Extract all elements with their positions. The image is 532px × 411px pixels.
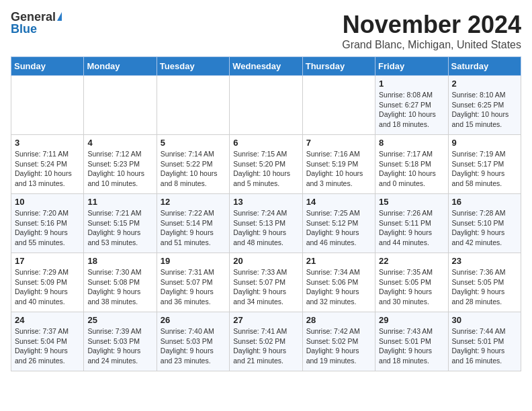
day-info: Sunrise: 7:31 AM Sunset: 5:07 PM Dayligh… [161,267,226,307]
day-info: Sunrise: 7:30 AM Sunset: 5:08 PM Dayligh… [87,267,152,307]
calendar-cell [302,76,375,135]
day-of-week-header: Monday [84,57,157,76]
day-info: Sunrise: 7:11 AM Sunset: 5:24 PM Dayligh… [15,149,80,189]
day-number: 2 [452,79,517,89]
day-number: 12 [161,197,226,207]
calendar-week-row: 3Sunrise: 7:11 AM Sunset: 5:24 PM Daylig… [11,135,521,194]
day-info: Sunrise: 7:28 AM Sunset: 5:10 PM Dayligh… [452,208,517,248]
day-number: 25 [87,315,152,325]
day-number: 17 [15,256,80,266]
calendar-cell: 28Sunrise: 7:42 AM Sunset: 5:02 PM Dayli… [302,312,375,371]
calendar-header-row: SundayMondayTuesdayWednesdayThursdayFrid… [11,57,521,76]
day-info: Sunrise: 7:16 AM Sunset: 5:19 PM Dayligh… [306,149,371,189]
calendar-cell: 3Sunrise: 7:11 AM Sunset: 5:24 PM Daylig… [11,135,84,194]
day-info: Sunrise: 7:25 AM Sunset: 5:12 PM Dayligh… [306,208,371,248]
calendar-cell: 29Sunrise: 7:43 AM Sunset: 5:01 PM Dayli… [375,312,448,371]
title-section: November 2024 Grand Blanc, Michigan, Uni… [342,11,521,51]
day-number: 9 [452,138,517,148]
calendar-cell: 21Sunrise: 7:34 AM Sunset: 5:06 PM Dayli… [302,253,375,312]
day-number: 6 [233,138,298,148]
day-number: 1 [379,79,444,89]
day-info: Sunrise: 7:14 AM Sunset: 5:22 PM Dayligh… [161,149,226,189]
day-number: 28 [306,315,371,325]
day-number: 27 [233,315,298,325]
day-number: 19 [161,256,226,266]
day-info: Sunrise: 7:21 AM Sunset: 5:15 PM Dayligh… [87,208,152,248]
day-number: 5 [161,138,226,148]
calendar-cell: 24Sunrise: 7:37 AM Sunset: 5:04 PM Dayli… [11,312,84,371]
calendar-cell: 12Sunrise: 7:22 AM Sunset: 5:14 PM Dayli… [157,194,229,253]
day-of-week-header: Thursday [302,57,375,76]
day-number: 7 [306,138,371,148]
day-number: 10 [15,197,80,207]
day-info: Sunrise: 7:36 AM Sunset: 5:05 PM Dayligh… [452,267,517,307]
day-of-week-header: Friday [375,57,448,76]
day-info: Sunrise: 7:39 AM Sunset: 5:03 PM Dayligh… [87,326,152,366]
calendar-cell: 2Sunrise: 8:10 AM Sunset: 6:25 PM Daylig… [448,76,521,135]
calendar-cell: 17Sunrise: 7:29 AM Sunset: 5:09 PM Dayli… [11,253,84,312]
calendar-week-row: 1Sunrise: 8:08 AM Sunset: 6:27 PM Daylig… [11,76,521,135]
calendar-cell: 19Sunrise: 7:31 AM Sunset: 5:07 PM Dayli… [157,253,229,312]
day-info: Sunrise: 7:17 AM Sunset: 5:18 PM Dayligh… [379,149,444,189]
day-info: Sunrise: 7:29 AM Sunset: 5:09 PM Dayligh… [15,267,80,307]
calendar-cell: 27Sunrise: 7:41 AM Sunset: 5:02 PM Dayli… [230,312,302,371]
calendar-cell: 5Sunrise: 7:14 AM Sunset: 5:22 PM Daylig… [157,135,229,194]
calendar-body: 1Sunrise: 8:08 AM Sunset: 6:27 PM Daylig… [11,76,521,371]
day-number: 30 [452,315,517,325]
calendar-cell: 8Sunrise: 7:17 AM Sunset: 5:18 PM Daylig… [375,135,448,194]
day-info: Sunrise: 7:43 AM Sunset: 5:01 PM Dayligh… [379,326,444,366]
day-number: 26 [161,315,226,325]
calendar-cell: 25Sunrise: 7:39 AM Sunset: 5:03 PM Dayli… [84,312,157,371]
logo-blue-text: Blue [11,23,37,35]
calendar-cell: 16Sunrise: 7:28 AM Sunset: 5:10 PM Dayli… [448,194,521,253]
day-info: Sunrise: 7:22 AM Sunset: 5:14 PM Dayligh… [161,208,226,248]
calendar-week-row: 17Sunrise: 7:29 AM Sunset: 5:09 PM Dayli… [11,253,521,312]
day-info: Sunrise: 7:19 AM Sunset: 5:17 PM Dayligh… [452,149,517,189]
day-of-week-header: Sunday [11,57,84,76]
calendar-table: SundayMondayTuesdayWednesdayThursdayFrid… [11,56,521,371]
day-number: 20 [233,256,298,266]
location-title: Grand Blanc, Michigan, United States [342,39,521,51]
day-info: Sunrise: 7:44 AM Sunset: 5:01 PM Dayligh… [452,326,517,366]
day-number: 23 [452,256,517,266]
day-number: 18 [87,256,152,266]
calendar-cell: 9Sunrise: 7:19 AM Sunset: 5:17 PM Daylig… [448,135,521,194]
day-number: 3 [15,138,80,148]
day-of-week-header: Saturday [448,57,521,76]
calendar-cell: 22Sunrise: 7:35 AM Sunset: 5:05 PM Dayli… [375,253,448,312]
day-number: 21 [306,256,371,266]
day-info: Sunrise: 7:37 AM Sunset: 5:04 PM Dayligh… [15,326,80,366]
logo: General Blue [11,11,62,35]
calendar-cell: 26Sunrise: 7:40 AM Sunset: 5:03 PM Dayli… [157,312,229,371]
page-header: General Blue November 2024 Grand Blanc, … [11,11,521,51]
calendar-cell: 1Sunrise: 8:08 AM Sunset: 6:27 PM Daylig… [375,76,448,135]
day-info: Sunrise: 7:15 AM Sunset: 5:20 PM Dayligh… [233,149,298,189]
day-number: 11 [87,197,152,207]
day-info: Sunrise: 7:41 AM Sunset: 5:02 PM Dayligh… [233,326,298,366]
day-info: Sunrise: 7:42 AM Sunset: 5:02 PM Dayligh… [306,326,371,366]
day-info: Sunrise: 7:24 AM Sunset: 5:13 PM Dayligh… [233,208,298,248]
day-number: 22 [379,256,444,266]
calendar-cell: 10Sunrise: 7:20 AM Sunset: 5:16 PM Dayli… [11,194,84,253]
day-number: 13 [233,197,298,207]
calendar-cell [157,76,229,135]
day-info: Sunrise: 7:12 AM Sunset: 5:23 PM Dayligh… [87,149,152,189]
day-number: 24 [15,315,80,325]
calendar-cell: 14Sunrise: 7:25 AM Sunset: 5:12 PM Dayli… [302,194,375,253]
calendar-cell: 15Sunrise: 7:26 AM Sunset: 5:11 PM Dayli… [375,194,448,253]
calendar-week-row: 10Sunrise: 7:20 AM Sunset: 5:16 PM Dayli… [11,194,521,253]
calendar-week-row: 24Sunrise: 7:37 AM Sunset: 5:04 PM Dayli… [11,312,521,371]
calendar-cell: 4Sunrise: 7:12 AM Sunset: 5:23 PM Daylig… [84,135,157,194]
day-info: Sunrise: 7:35 AM Sunset: 5:05 PM Dayligh… [379,267,444,307]
calendar-cell [230,76,302,135]
calendar-cell: 7Sunrise: 7:16 AM Sunset: 5:19 PM Daylig… [302,135,375,194]
day-info: Sunrise: 8:10 AM Sunset: 6:25 PM Dayligh… [452,90,517,130]
day-info: Sunrise: 7:34 AM Sunset: 5:06 PM Dayligh… [306,267,371,307]
day-number: 29 [379,315,444,325]
calendar-cell: 23Sunrise: 7:36 AM Sunset: 5:05 PM Dayli… [448,253,521,312]
calendar-cell [11,76,84,135]
day-number: 15 [379,197,444,207]
day-info: Sunrise: 7:20 AM Sunset: 5:16 PM Dayligh… [15,208,80,248]
day-info: Sunrise: 8:08 AM Sunset: 6:27 PM Dayligh… [379,90,444,130]
calendar-cell: 11Sunrise: 7:21 AM Sunset: 5:15 PM Dayli… [84,194,157,253]
